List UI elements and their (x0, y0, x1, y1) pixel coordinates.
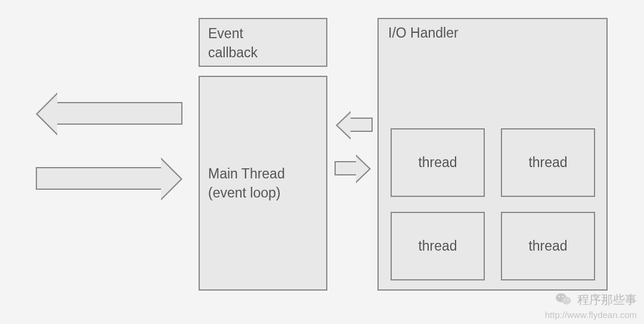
svg-point-5 (568, 299, 569, 300)
svg-point-2 (559, 295, 560, 297)
thread-grid: thread thread thread thread (391, 128, 596, 280)
io-handler-title: I/O Handler (388, 25, 597, 41)
wechat-icon (556, 292, 571, 309)
svg-point-1 (562, 297, 571, 304)
input-arrow (36, 167, 162, 190)
io-to-main-arrow (350, 118, 373, 132)
svg-point-4 (565, 299, 566, 300)
thread-box: thread (501, 128, 595, 197)
event-callback-box: Event callback (199, 18, 327, 67)
arrow-head-fill (38, 94, 57, 134)
main-to-io-arrow (335, 161, 357, 175)
thread-box: thread (501, 212, 595, 280)
output-arrow (56, 102, 182, 125)
thread-box: thread (391, 212, 485, 280)
svg-point-3 (562, 295, 564, 297)
arrow-head-fill (356, 156, 369, 181)
watermark-url: http://www.flydean.com (545, 309, 637, 321)
watermark: 程序那些事 http://www.flydean.com (545, 292, 637, 320)
event-callback-line1: Event (208, 24, 318, 43)
main-thread-line1: Main Thread (208, 164, 285, 183)
main-thread-line2: (event loop) (208, 183, 285, 202)
thread-box: thread (391, 128, 485, 197)
event-callback-line2: callback (208, 43, 318, 62)
watermark-text: 程序那些事 (577, 293, 637, 306)
arrow-head-fill (338, 113, 351, 138)
main-thread-box: Main Thread (event loop) (199, 76, 327, 291)
arrow-head-fill (161, 159, 181, 199)
